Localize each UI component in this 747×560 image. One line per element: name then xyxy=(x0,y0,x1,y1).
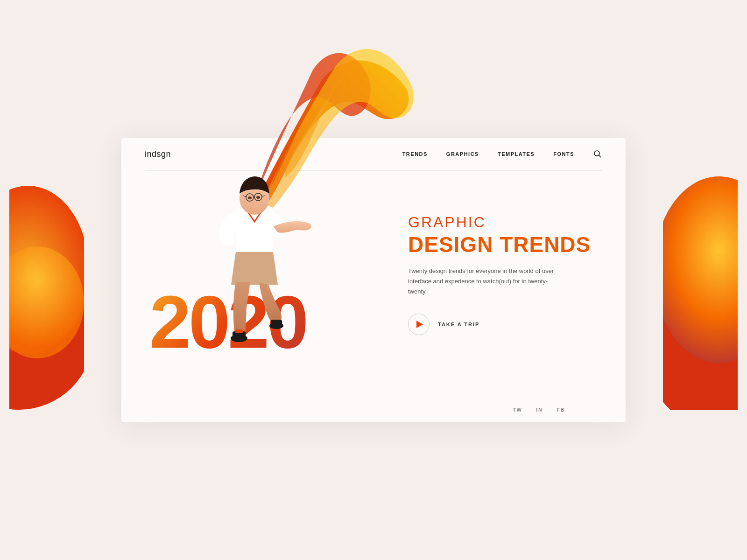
play-icon xyxy=(416,321,423,328)
main-card: indsgn TRENDS GRAPHICS TEMPLATES FONTS xyxy=(121,138,626,422)
svg-point-20 xyxy=(256,196,260,199)
nav-link-trends[interactable]: TRENDS xyxy=(402,151,428,157)
page-wrapper: indsgn TRENDS GRAPHICS TEMPLATES FONTS xyxy=(0,0,747,560)
social-twitter[interactable]: TW xyxy=(513,407,522,413)
hero-illustration xyxy=(191,145,322,369)
nav-link-graphics[interactable]: GRAPHICS xyxy=(446,151,479,157)
svg-rect-10 xyxy=(235,329,243,333)
hero-subtitle: GRAPHIC xyxy=(408,214,598,231)
nav-link-fonts[interactable]: FONTS xyxy=(553,151,574,157)
play-button[interactable] xyxy=(408,314,430,335)
logo: indsgn xyxy=(145,149,171,159)
nav-links: TRENDS GRAPHICS TEMPLATES FONTS xyxy=(402,149,602,159)
svg-point-19 xyxy=(248,196,252,199)
svg-line-6 xyxy=(599,155,601,158)
cta-label: TAKE A TRIP xyxy=(438,322,479,327)
social-facebook[interactable]: FB xyxy=(557,407,565,413)
hero-description: Twenty design trends for everyone in the… xyxy=(408,266,557,297)
hero-left: 2020 xyxy=(121,171,399,397)
svg-rect-12 xyxy=(271,320,282,328)
search-icon[interactable] xyxy=(593,149,602,159)
social-links: TW IN FB xyxy=(513,407,565,413)
cta-row: TAKE A TRIP xyxy=(408,314,598,335)
card-footer: TW IN FB xyxy=(121,397,626,422)
deco-left xyxy=(9,139,84,421)
deco-right xyxy=(663,148,738,412)
hero-title: DESIGN TRENDS xyxy=(408,233,598,257)
nav-link-templates[interactable]: TEMPLATES xyxy=(498,151,535,157)
svg-point-4 xyxy=(663,176,738,363)
hero-right: GRAPHIC DESIGN TRENDS Twenty design tren… xyxy=(399,171,626,397)
social-instagram[interactable]: IN xyxy=(536,407,543,413)
card-body: 2020 xyxy=(121,171,626,397)
